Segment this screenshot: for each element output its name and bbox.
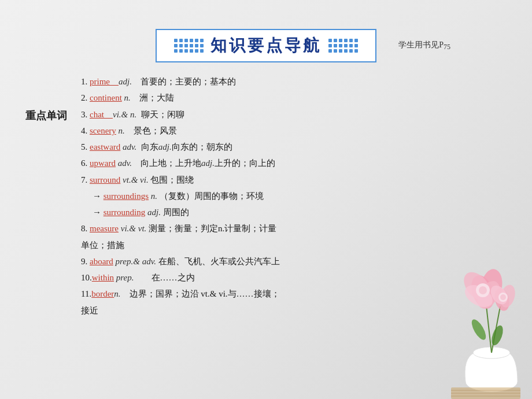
- spaces: [134, 273, 152, 282]
- item-number: 3.: [81, 110, 90, 119]
- word: upward: [90, 158, 116, 168]
- item-number: 7.: [81, 175, 90, 184]
- spaces: [136, 110, 141, 119]
- svg-point-17: [489, 324, 505, 346]
- definition: （复数）周围的事物；环境: [160, 191, 264, 201]
- item-number: 2.: [81, 93, 90, 102]
- pos: adj.: [145, 208, 161, 217]
- word: surrounding: [104, 208, 146, 217]
- pos: prep.& adv.: [113, 257, 156, 266]
- definition: 聊天；闲聊: [141, 110, 184, 119]
- list-item: 5. eastward adv. 向东adj.向东的；朝东的: [81, 139, 515, 154]
- dot-pattern-left: [174, 39, 204, 53]
- list-item: 4. scenery n. 景色；风景: [81, 123, 515, 138]
- spaces: [125, 126, 134, 135]
- definition: 向上地；上升地adj.上升的；向上的: [141, 158, 275, 168]
- spaces: [121, 289, 130, 298]
- slide-container: 知识要点导航 学生用书见P75 重点单词 1. prime adj. 首要的；主…: [0, 0, 532, 399]
- pos: n.: [116, 126, 125, 135]
- definition: 测量；衡量；判定n.计量制；计量: [149, 224, 276, 233]
- list-item: → surrounding adj. 周围的: [81, 205, 515, 220]
- definition: 景色；风景: [134, 126, 177, 135]
- definition: 向东adj.向东的；朝东的: [141, 142, 232, 152]
- word: scenery: [90, 126, 116, 135]
- item-number: 4.: [81, 126, 90, 135]
- definition: 洲；大陆: [139, 93, 174, 102]
- definition: 在船、飞机、火车或公共汽车上: [158, 257, 280, 266]
- item-number: 1.: [81, 77, 90, 86]
- spaces: [132, 77, 141, 86]
- word: chat: [90, 110, 113, 119]
- pos: vt.& vi.: [120, 175, 148, 184]
- word: continent: [90, 93, 122, 102]
- word: prime: [90, 77, 119, 86]
- page-title: 知识要点导航: [210, 35, 322, 57]
- word: surroundings: [104, 191, 149, 201]
- spaces: [132, 158, 141, 168]
- pos: vi.& n.: [113, 110, 136, 119]
- word: eastward: [90, 142, 120, 152]
- spaces: [131, 93, 139, 102]
- list-item: 7. surround vt.& vi. 包围；围绕: [81, 172, 515, 187]
- title-banner: 知识要点导航 学生用书见P75: [156, 29, 376, 62]
- pos: adv.: [116, 158, 132, 168]
- definition: 包围；围绕: [150, 175, 194, 184]
- pos: adj.: [119, 77, 132, 86]
- svg-point-16: [469, 317, 489, 342]
- arrow: →: [93, 191, 104, 201]
- definition: 首要的；主要的；基本的: [141, 77, 236, 86]
- pos: n.: [122, 93, 131, 102]
- dot-pattern-right: [328, 39, 358, 53]
- flower-decoration: [416, 254, 532, 399]
- item-number: 8.: [81, 224, 90, 233]
- pos: vi.& vt.: [119, 224, 146, 233]
- list-item: 3. chat vi.& n. 聊天；闲聊: [81, 107, 515, 122]
- item-number: 5.: [81, 142, 90, 152]
- definition-continuation: 单位；措施: [81, 241, 124, 250]
- pos: n.: [114, 289, 120, 298]
- pos: adv.: [120, 142, 136, 152]
- word: within: [92, 273, 114, 282]
- pos: prep.: [114, 273, 134, 282]
- definition-continuation: 接近: [81, 306, 98, 315]
- spaces: [136, 142, 141, 152]
- pos: n.: [149, 191, 157, 201]
- list-item: 6. upward adv. 向上地；上升地adj.上升的；向上的: [81, 156, 515, 171]
- definition: 在……之内: [152, 273, 195, 282]
- word: surround: [90, 175, 120, 184]
- word: measure: [90, 224, 119, 233]
- arrow: →: [93, 208, 104, 217]
- definition: 周围的: [163, 208, 189, 217]
- reference-text: 学生用书见P75: [398, 40, 450, 52]
- word: aboard: [90, 257, 113, 266]
- item-number: 11.: [81, 289, 91, 298]
- section-label: 重点单词: [17, 74, 75, 399]
- item-number: 9.: [81, 257, 90, 266]
- word: border: [91, 289, 114, 298]
- definition: 边界；国界；边沿 vt.& vi.与……接壤；: [130, 289, 280, 298]
- list-item: 2. continent n. 洲；大陆: [81, 90, 515, 105]
- list-item-continuation: 单位；措施: [81, 238, 515, 253]
- svg-point-15: [500, 294, 506, 300]
- list-item: 8. measure vi.& vt. 测量；衡量；判定n.计量制；计量: [81, 221, 515, 236]
- svg-point-10: [479, 286, 487, 294]
- list-item: 1. prime adj. 首要的；主要的；基本的: [81, 74, 515, 89]
- item-number: 6.: [81, 158, 90, 168]
- list-item: → surroundings n. （复数）周围的事物；环境: [81, 189, 515, 204]
- item-number: 10.: [81, 273, 92, 282]
